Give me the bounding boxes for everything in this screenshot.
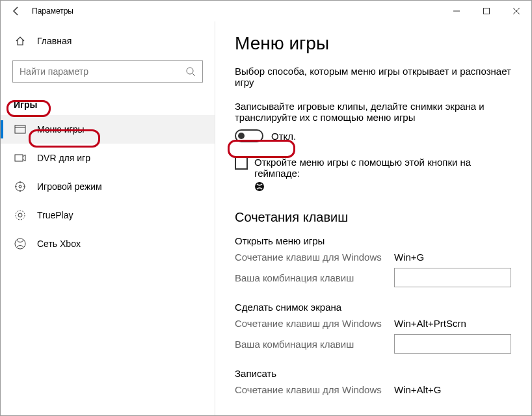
xbox-icon <box>14 237 27 250</box>
shortcut-windows-label: Сочетание клавиш для Windows <box>235 384 394 395</box>
search-box[interactable] <box>12 60 203 83</box>
svg-point-17 <box>15 239 25 249</box>
record-toggle[interactable] <box>235 129 263 142</box>
gamepad-checkbox[interactable] <box>235 157 248 170</box>
sidebar-section-title: Игры <box>1 94 50 115</box>
sidebar-home[interactable]: Главная <box>1 29 215 53</box>
sidebar-item-dvr[interactable]: DVR для игр <box>1 144 215 172</box>
svg-point-4 <box>187 68 193 74</box>
shortcut-title: Сделать снимок экрана <box>235 302 512 313</box>
svg-rect-8 <box>15 155 23 161</box>
close-button[interactable] <box>501 1 531 21</box>
svg-point-15 <box>16 211 25 220</box>
game-bar-icon <box>14 123 27 136</box>
sidebar-item-game-bar[interactable]: Меню игры <box>1 115 215 144</box>
shortcut-record: Записать Сочетание клавиш для Windows Wi… <box>235 368 512 395</box>
shortcut-open-game-bar: Открыть меню игры Сочетание клавиш для W… <box>235 235 512 287</box>
sidebar-item-label: TruePlay <box>37 210 73 220</box>
search-icon <box>185 66 196 77</box>
shortcut-custom-input[interactable] <box>394 334 511 354</box>
shortcut-custom-label: Ваша комбинация клавиш <box>235 272 394 283</box>
svg-point-10 <box>19 185 21 188</box>
back-button[interactable] <box>6 1 27 21</box>
svg-rect-1 <box>484 8 490 14</box>
shortcut-windows-label: Сочетание клавиш для Windows <box>235 252 394 263</box>
window-title: Параметры <box>32 6 73 16</box>
sidebar-home-label: Главная <box>37 36 72 46</box>
page-title: Меню игры <box>235 33 512 54</box>
sidebar-item-label: Сеть Xbox <box>37 239 81 249</box>
shortcut-windows-label: Сочетание клавиш для Windows <box>235 318 394 329</box>
titlebar: Параметры <box>1 1 531 21</box>
svg-point-9 <box>16 182 25 191</box>
shortcut-windows-value: Win+Alt+G <box>394 384 442 395</box>
gamepad-check-label: Откройте меню игры с помощью этой кнопки… <box>254 157 501 192</box>
sidebar-item-label: DVR для игр <box>37 153 90 163</box>
sidebar-item-label: Игровой режим <box>37 181 102 192</box>
xbox-button-icon <box>254 181 265 192</box>
svg-point-18 <box>255 182 264 191</box>
sidebar-item-trueplay[interactable]: TruePlay <box>1 201 215 229</box>
svg-line-5 <box>193 73 195 76</box>
shortcut-title: Открыть меню игры <box>235 235 512 246</box>
content: Меню игры Выбор способа, которым меню иг… <box>215 21 531 415</box>
maximize-button[interactable] <box>472 1 501 21</box>
sidebar-item-xbox-network[interactable]: Сеть Xbox <box>1 229 215 258</box>
home-icon <box>14 36 27 46</box>
svg-rect-6 <box>15 125 25 133</box>
shortcut-screenshot: Сделать снимок экрана Сочетание клавиш д… <box>235 302 512 354</box>
search-input[interactable] <box>20 66 185 77</box>
page-description: Выбор способа, которым меню игры открыва… <box>235 66 512 88</box>
sidebar-item-game-mode[interactable]: Игровой режим <box>1 172 215 201</box>
dvr-icon <box>14 151 27 164</box>
minimize-button[interactable] <box>442 1 472 21</box>
shortcut-custom-input[interactable] <box>394 268 511 287</box>
toggle-description: Записывайте игровые клипы, делайте снимк… <box>235 101 512 123</box>
svg-point-16 <box>18 213 22 217</box>
sidebar: Главная Игры Меню игры DVR для игр <box>1 21 215 415</box>
toggle-state-label: Откл. <box>271 131 296 142</box>
shortcut-windows-value: Win+G <box>394 252 424 263</box>
sidebar-item-label: Меню игры <box>37 124 85 135</box>
shortcut-windows-value: Win+Alt+PrtScrn <box>394 318 466 329</box>
game-mode-icon <box>14 180 27 193</box>
shortcut-custom-label: Ваша комбинация клавиш <box>235 339 394 350</box>
shortcuts-heading: Сочетания клавиш <box>235 210 512 225</box>
trueplay-icon <box>14 209 27 222</box>
shortcut-title: Записать <box>235 368 512 379</box>
